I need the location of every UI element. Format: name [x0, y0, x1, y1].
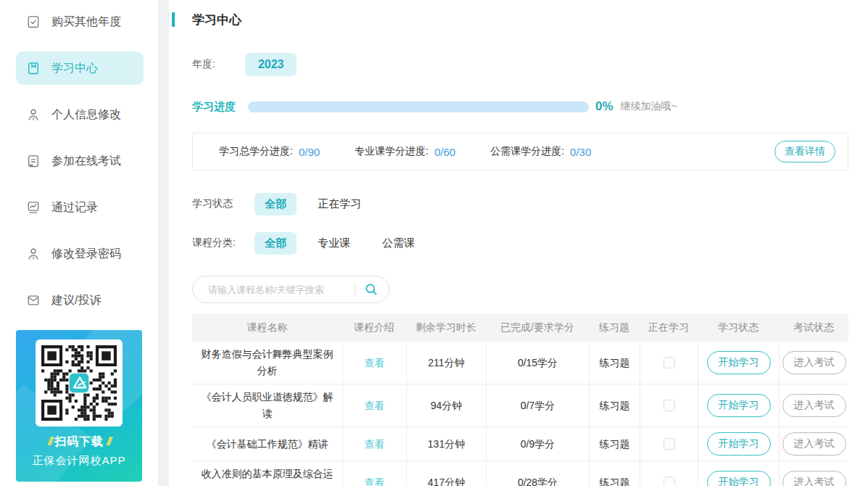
- col-in-progress: 正在学习: [640, 314, 698, 342]
- search-divider: [355, 283, 355, 296]
- enter-exam-button[interactable]: 进入考试: [782, 394, 846, 417]
- col-course-name: 课程名称: [192, 314, 342, 342]
- start-study-button[interactable]: 开始学习: [707, 432, 771, 456]
- slash-decor: //: [48, 435, 51, 448]
- year-2023-button[interactable]: 2023: [245, 53, 297, 76]
- col-study-status: 学习状态: [698, 314, 779, 342]
- filter-category-professional[interactable]: 专业课: [318, 236, 350, 250]
- mail-icon: [26, 293, 41, 308]
- sidebar-item-label: 学习中心: [51, 61, 98, 76]
- sidebar-item-suggestions[interactable]: 建议/投诉: [16, 284, 144, 317]
- public-credit-progress: 公需课学分进度: 0/30: [490, 145, 591, 158]
- view-intro-link[interactable]: 查看: [365, 355, 385, 371]
- sidebar: 购买其他年度 学习中心 个人信息修改 参加在线考试 通过记录: [0, 0, 159, 486]
- remaining-time: 131分钟: [406, 427, 486, 461]
- sidebar-item-buy-other-years[interactable]: 购买其他年度: [16, 5, 144, 38]
- enter-exam-button[interactable]: 进入考试: [782, 432, 846, 456]
- col-exam-status: 考试状态: [779, 314, 848, 342]
- progress-message: 继续加油哦~: [621, 100, 677, 113]
- main-content: 学习中心 年度: 2023 学习进度 0% 继续加油哦~ 学习总学分进度: 0/…: [169, 0, 868, 486]
- exercise-link[interactable]: 练习题: [600, 355, 630, 371]
- start-study-button[interactable]: 开始学习: [707, 471, 771, 486]
- start-study-button[interactable]: 开始学习: [707, 394, 771, 417]
- sidebar-item-online-exam[interactable]: 参加在线考试: [16, 144, 144, 178]
- filter-category-public[interactable]: 公需课: [382, 236, 415, 250]
- table-row: 《会计人员职业道德规范》解读 查看 94分钟 0/7学分 练习题 开始学习 进入…: [192, 384, 848, 427]
- course-category-filter-label: 课程分类:: [192, 236, 255, 250]
- progress-percent: 0%: [595, 99, 613, 114]
- sidebar-item-label: 修改登录密码: [51, 247, 121, 262]
- remaining-time: 417分钟: [406, 461, 486, 486]
- qr-code: [36, 339, 123, 427]
- course-table: 课程名称 课程介绍 剩余学习时长 已完成/要求学分 练习题 正在学习 学习状态 …: [192, 314, 848, 486]
- professional-credit-progress: 专业课学分进度: 0/60: [355, 145, 455, 158]
- exercise-link[interactable]: 练习题: [600, 436, 630, 453]
- sidebar-item-pass-records[interactable]: 通过记录: [16, 191, 144, 224]
- total-credit-progress: 学习总学分进度: 0/90: [219, 145, 320, 158]
- app-name-label: 正保会计网校APP: [16, 454, 142, 468]
- view-intro-link[interactable]: 查看: [365, 474, 385, 486]
- view-intro-link[interactable]: 查看: [365, 398, 385, 414]
- slash-decor: //: [107, 435, 110, 448]
- learning-checkbox[interactable]: [664, 438, 675, 450]
- sidebar-item-label: 通过记录: [51, 200, 98, 215]
- search-icon: [364, 282, 379, 297]
- search-input[interactable]: [208, 284, 350, 295]
- learning-checkbox[interactable]: [664, 357, 675, 368]
- table-header: 课程名称 课程介绍 剩余学习时长 已完成/要求学分 练习题 正在学习 学习状态 …: [192, 314, 848, 342]
- enter-exam-button[interactable]: 进入考试: [782, 351, 846, 374]
- col-exercises: 练习题: [589, 314, 640, 342]
- course-name: 收入准则的基本原理及综合运用: [192, 461, 342, 486]
- credit-summary-box: 学习总学分进度: 0/90 专业课学分进度: 0/60 公需课学分进度: 0/3…: [192, 133, 848, 170]
- search-button[interactable]: [364, 282, 379, 297]
- view-details-button[interactable]: 查看详情: [774, 141, 835, 162]
- user-icon: [26, 107, 41, 122]
- col-course-intro: 课程介绍: [342, 314, 406, 342]
- sidebar-item-learning-center[interactable]: 学习中心: [16, 52, 144, 85]
- sidebar-item-change-password[interactable]: 修改登录密码: [16, 237, 144, 271]
- year-label: 年度:: [192, 58, 215, 71]
- credit-progress: 0/15学分: [486, 342, 589, 384]
- remaining-time: 94分钟: [406, 384, 486, 427]
- course-name: 《会计人员职业道德规范》解读: [192, 384, 342, 427]
- scan-download-label: //扫码下载//: [16, 434, 142, 450]
- course-name: 财务造假与会计舞弊典型案例分析: [192, 342, 342, 384]
- learning-checkbox[interactable]: [664, 400, 675, 411]
- credit-progress: 0/9学分: [486, 427, 589, 461]
- enter-exam-button[interactable]: 进入考试: [782, 471, 846, 486]
- exam-document-icon: [26, 154, 41, 168]
- record-chart-icon: [26, 200, 41, 215]
- learning-checkbox[interactable]: [664, 477, 675, 486]
- filter-status-in-progress[interactable]: 正在学习: [318, 197, 361, 211]
- start-study-button[interactable]: 开始学习: [707, 351, 771, 374]
- credit-progress: 0/28学分: [486, 461, 589, 486]
- title-accent-bar: [172, 12, 175, 27]
- exercise-link[interactable]: 练习题: [600, 474, 630, 486]
- page-title: 学习中心: [192, 12, 848, 28]
- user-icon: [26, 247, 41, 261]
- search-box: [192, 276, 389, 303]
- filter-category-all[interactable]: 全部: [255, 232, 297, 255]
- sidebar-item-edit-profile[interactable]: 个人信息修改: [16, 98, 144, 131]
- exercise-link[interactable]: 练习题: [600, 398, 630, 414]
- view-intro-link[interactable]: 查看: [365, 436, 385, 453]
- credit-progress: 0/7学分: [486, 384, 589, 427]
- table-row: 《会计基础工作规范》精讲 查看 131分钟 0/9学分 练习题 开始学习 进入考…: [192, 427, 848, 461]
- bookmark-icon: [26, 61, 41, 75]
- filter-status-all[interactable]: 全部: [255, 193, 297, 215]
- sidebar-item-label: 个人信息修改: [51, 107, 121, 123]
- table-row: 财务造假与会计舞弊典型案例分析 查看 211分钟 0/15学分 练习题 开始学习…: [192, 342, 848, 384]
- clipboard-check-icon: [26, 15, 41, 29]
- remaining-time: 211分钟: [406, 342, 486, 384]
- progress-label: 学习进度: [192, 100, 248, 114]
- course-name: 《会计基础工作规范》精讲: [192, 427, 342, 461]
- table-row: 收入准则的基本原理及综合运用 查看 417分钟 0/28学分 练习题 开始学习 …: [192, 461, 848, 486]
- sidebar-item-label: 参加在线考试: [51, 154, 121, 169]
- study-status-filter-label: 学习状态: [192, 197, 255, 210]
- sidebar-nav: 购买其他年度 学习中心 个人信息修改 参加在线考试 通过记录: [0, 0, 158, 317]
- col-remaining-time: 剩余学习时长: [406, 314, 486, 342]
- app-download-banner[interactable]: //扫码下载// 正保会计网校APP: [16, 330, 142, 482]
- col-credits: 已完成/要求学分: [486, 314, 589, 342]
- sidebar-item-label: 购买其他年度: [51, 15, 121, 30]
- progress-bar: [248, 102, 589, 112]
